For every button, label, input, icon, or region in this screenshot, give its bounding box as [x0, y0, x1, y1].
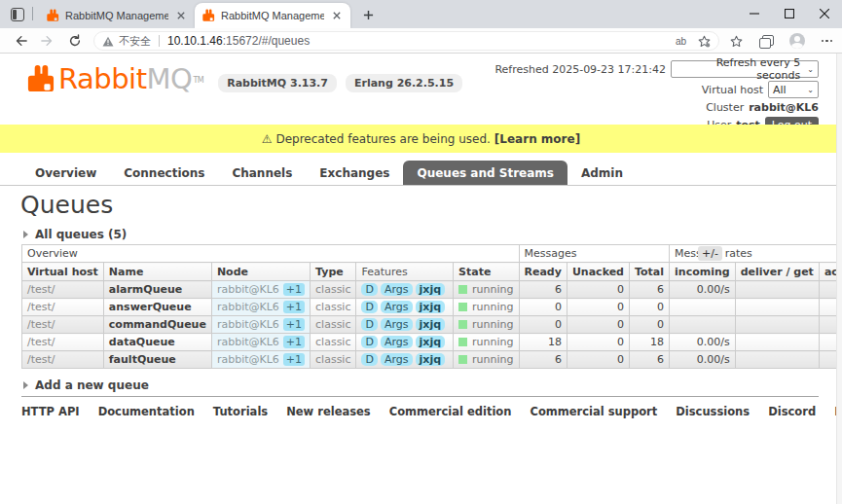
browser-tab-title: RabbitMQ Management [65, 10, 168, 21]
disclosure-triangle-icon [23, 381, 28, 389]
col-header-incoming[interactable]: incoming [670, 263, 736, 281]
address-bar[interactable]: 不安全 10.10.1.46:15672/#/queues ab [93, 31, 719, 51]
col-header-name[interactable]: Name [103, 263, 211, 281]
refresh-icon[interactable] [66, 32, 84, 50]
column-toggle-button[interactable]: +/- [698, 246, 722, 261]
queue-name-link[interactable]: dataQueue [103, 334, 211, 351]
minimize-button[interactable] [737, 0, 772, 27]
add-queue-toggle[interactable]: Add a new queue [23, 378, 149, 392]
footer-link-commercial-edition[interactable]: Commercial edition [389, 405, 512, 418]
cell-vhost: /test/ [22, 299, 104, 316]
queue-name-link[interactable]: commandQueue [103, 316, 211, 334]
page-scrollbar[interactable] [836, 54, 842, 504]
node-extra-badge[interactable]: +1 [283, 283, 305, 296]
col-header-unacked[interactable]: Unacked [567, 263, 629, 281]
all-queues-toggle[interactable]: All queues (5) [23, 228, 127, 241]
footer-link-documentation[interactable]: Documentation [98, 405, 195, 418]
feature-pill-args[interactable]: Args [381, 283, 413, 296]
favorites-icon[interactable] [730, 35, 743, 48]
cell-state: running [454, 351, 519, 369]
feature-pill-jxjq[interactable]: jxjq [416, 283, 446, 296]
col-header-total[interactable]: Total [629, 263, 669, 281]
maximize-button[interactable] [772, 0, 807, 27]
col-header-state[interactable]: State [454, 263, 519, 281]
favorite-this-page-icon[interactable] [698, 35, 711, 48]
tab-actions-icon[interactable] [11, 8, 24, 21]
footer-link-tutorials[interactable]: Tutorials [213, 405, 268, 418]
col-header-deliver-get[interactable]: deliver / get [735, 263, 819, 281]
cell-incoming: 0.00/s [670, 281, 736, 299]
url-text[interactable]: 10.10.1.46:15672/#/queues [167, 34, 310, 48]
browser-tab-active[interactable]: RabbitMQ Management [195, 3, 350, 28]
col-header-type[interactable]: Type [311, 263, 356, 281]
feature-pill-args[interactable]: Args [381, 301, 413, 313]
state-green-icon [458, 285, 467, 294]
forward-icon[interactable] [39, 32, 56, 50]
tab-queues-and-streams[interactable]: Queues and Streams [403, 161, 567, 185]
settings-menu-icon[interactable] [822, 40, 833, 43]
cell-features: DArgsjxjq [356, 316, 454, 334]
translate-icon[interactable]: ab [676, 36, 686, 47]
new-tab-button[interactable] [356, 3, 380, 26]
collections-icon[interactable] [759, 35, 773, 48]
cell-node: rabbit@KL6+1 [211, 316, 310, 334]
profile-avatar[interactable] [789, 33, 805, 49]
cell-deliver-get [735, 316, 819, 334]
feature-pill-jxjq[interactable]: jxjq [416, 336, 446, 348]
node-extra-badge[interactable]: +1 [283, 318, 305, 331]
feature-pill-d[interactable]: D [361, 353, 377, 366]
feature-pill-d[interactable]: D [361, 301, 377, 313]
page-title: Queues [20, 191, 113, 219]
cell-state: running [454, 281, 519, 299]
cell-node: rabbit@KL6+1 [211, 351, 310, 369]
footer-link-new-releases[interactable]: New releases [286, 405, 371, 418]
feature-pill-d[interactable]: D [361, 283, 377, 296]
cell-state: running [454, 316, 519, 334]
tab-channels[interactable]: Channels [218, 161, 306, 185]
col-header-virtual-host[interactable]: Virtual host [22, 263, 104, 281]
rabbitmq-logo[interactable]: RabbitMQTM RabbitMQ 3.13.7 Erlang 26.2.5… [25, 62, 462, 95]
feature-pill-d[interactable]: D [361, 336, 377, 348]
learn-more-link[interactable]: [Learn more] [494, 132, 580, 146]
footer-link-discord[interactable]: Discord [768, 405, 816, 418]
tab-overview[interactable]: Overview [21, 161, 110, 185]
node-extra-badge[interactable]: +1 [283, 301, 305, 313]
col-header-node[interactable]: Node [211, 263, 310, 281]
tab-connections[interactable]: Connections [110, 161, 218, 185]
queue-name-link[interactable]: alarmQueue [103, 281, 211, 299]
tab-admin[interactable]: Admin [567, 161, 637, 185]
browser-tab-strip: RabbitMQ Management RabbitMQ Management [0, 0, 842, 28]
node-name: rabbit@KL6 [217, 353, 279, 366]
virtual-host-select[interactable]: All⌄ [768, 81, 819, 98]
feature-pill-jxjq[interactable]: jxjq [416, 318, 446, 331]
cell-total: 0 [629, 299, 669, 316]
footer-link-http-api[interactable]: HTTP API [21, 405, 80, 418]
footer-link-discussions[interactable]: Discussions [676, 405, 750, 418]
cell-unacked: 0 [567, 334, 629, 351]
feature-pill-args[interactable]: Args [381, 336, 413, 348]
cell-incoming: 0.00/s [670, 334, 736, 351]
feature-pill-args[interactable]: Args [381, 353, 413, 366]
cell-vhost: /test/ [22, 334, 104, 351]
tab-exchanges[interactable]: Exchanges [306, 161, 403, 185]
queue-name-link[interactable]: answerQueue [103, 299, 211, 316]
node-extra-badge[interactable]: +1 [283, 336, 305, 348]
url-path: :15672/#/queues [223, 34, 310, 48]
feature-pill-jxjq[interactable]: jxjq [416, 353, 446, 366]
back-icon[interactable] [12, 32, 29, 50]
tab-close-icon[interactable] [330, 9, 344, 22]
feature-pill-jxjq[interactable]: jxjq [416, 301, 446, 313]
refresh-interval-select[interactable]: Refresh every 5 seconds⌄ [671, 60, 819, 78]
queue-name-link[interactable]: faultQueue [103, 351, 211, 369]
node-extra-badge[interactable]: +1 [283, 353, 305, 366]
cell-state: running [454, 334, 519, 351]
tab-close-icon[interactable] [174, 9, 188, 22]
feature-pill-d[interactable]: D [361, 318, 377, 331]
deprecation-banner: ⚠ Deprecated features are being used. [L… [0, 125, 842, 153]
footer-link-commercial-support[interactable]: Commercial support [530, 405, 657, 418]
cluster-name: rabbit@KL6 [749, 101, 819, 114]
browser-tab-inactive[interactable]: RabbitMQ Management [39, 3, 195, 28]
col-header-ready[interactable]: Ready [519, 263, 567, 281]
feature-pill-args[interactable]: Args [381, 318, 413, 331]
close-button[interactable] [807, 0, 842, 27]
